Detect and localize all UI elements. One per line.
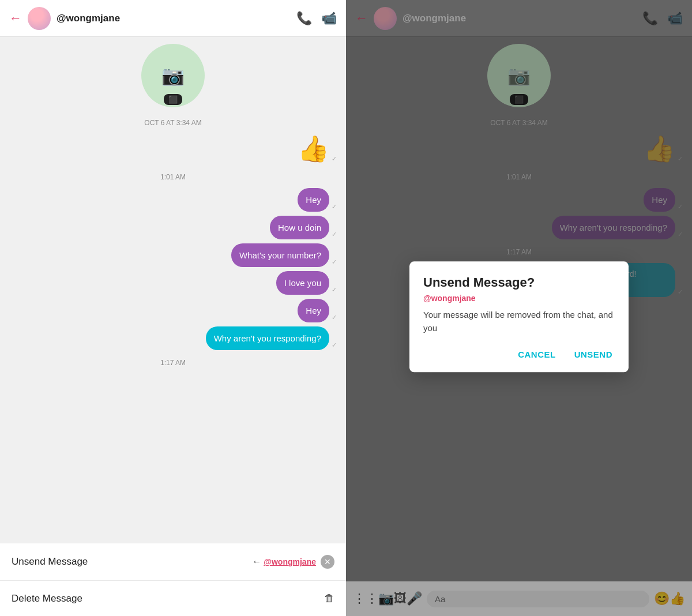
close-button[interactable]: ✕ bbox=[321, 555, 334, 569]
check-5: ✓ bbox=[332, 286, 337, 294]
unsend-modal: Unsend Message? @wongmjane Your message … bbox=[409, 261, 629, 372]
left-panel: ← @wongmjane 📞 📹 📷 ⬛ OCT 6 AT 3:34 AM 👍 … bbox=[0, 0, 346, 616]
bottom-sheet: Unsend Message ← @wongmjane ✕ Delete Mes… bbox=[0, 543, 346, 616]
thumbs-up-emoji: 👍 bbox=[298, 134, 329, 164]
username-label: @wongmjane bbox=[57, 13, 296, 24]
delete-label: Delete Message bbox=[12, 593, 82, 604]
message-row: Hey ✓ bbox=[9, 188, 337, 212]
message-row: How u doin ✓ bbox=[9, 216, 337, 239]
modal-actions: CANCEL UNSEND bbox=[423, 346, 615, 363]
bubble-how: How u doin bbox=[270, 216, 329, 239]
right-panel: ← @wongmjane 📞 📹 📷 ⬛ OCT 6 AT 3:34 AM 👍 … bbox=[346, 0, 692, 616]
header-icons: 📞 📹 bbox=[296, 11, 337, 26]
mention-username: @wongmjane bbox=[264, 557, 316, 566]
check-7: ✓ bbox=[332, 341, 337, 349]
back-button[interactable]: ← bbox=[9, 11, 22, 26]
timestamp-3: 1:17 AM bbox=[9, 359, 337, 367]
bubble-number: What's your number? bbox=[231, 243, 329, 267]
video-icon[interactable]: 📹 bbox=[321, 11, 337, 26]
trash-icon: 🗑 bbox=[324, 592, 334, 604]
left-header: ← @wongmjane 📞 📹 bbox=[0, 0, 346, 37]
delete-item[interactable]: Delete Message 🗑 bbox=[0, 580, 346, 616]
mention-arrow: ← @wongmjane bbox=[252, 557, 316, 567]
check-6: ✓ bbox=[332, 314, 337, 321]
message-row: What's your number? ✓ bbox=[9, 243, 337, 267]
unsend-meta: ← @wongmjane ✕ bbox=[252, 555, 334, 569]
check-3: ✓ bbox=[332, 231, 337, 238]
modal-username: @wongmjane bbox=[423, 294, 615, 303]
message-row: Hey ✓ bbox=[9, 299, 337, 322]
bubble-love: I love you bbox=[276, 271, 329, 295]
unsend-item[interactable]: Unsend Message ← @wongmjane ✕ bbox=[0, 543, 346, 580]
avatar bbox=[28, 7, 51, 30]
check-2: ✓ bbox=[332, 203, 337, 211]
thumbs-up-row: 👍 ✓ bbox=[9, 134, 337, 164]
timestamp-2: 1:01 AM bbox=[9, 173, 337, 181]
bubble-hey2: Hey bbox=[298, 299, 329, 322]
call-icon[interactable]: 📞 bbox=[296, 11, 312, 26]
cancel-button[interactable]: CANCEL bbox=[516, 346, 558, 363]
bubble-hey: Hey bbox=[298, 188, 329, 212]
chat-area-left: 📷 ⬛ OCT 6 AT 3:34 AM 👍 ✓ 1:01 AM Hey ✓ H… bbox=[0, 37, 346, 543]
check-4: ✓ bbox=[332, 258, 337, 266]
camera-badge: ⬛ bbox=[164, 94, 182, 105]
bubble-responding: Why aren't you responding? bbox=[206, 326, 329, 350]
message-row: Why aren't you responding? ✓ bbox=[9, 326, 337, 350]
modal-body: Your message will be removed from the ch… bbox=[423, 309, 615, 335]
unsend-label: Unsend Message bbox=[12, 556, 88, 568]
modal-title: Unsend Message? bbox=[423, 275, 615, 290]
check-sent-1: ✓ bbox=[332, 155, 337, 163]
message-row: I love you ✓ bbox=[9, 271, 337, 295]
sticker: 📷 ⬛ bbox=[141, 44, 205, 107]
unsend-button[interactable]: UNSEND bbox=[572, 346, 615, 363]
timestamp-1: OCT 6 AT 3:34 AM bbox=[9, 119, 337, 127]
sticker-area: 📷 ⬛ bbox=[9, 44, 337, 107]
